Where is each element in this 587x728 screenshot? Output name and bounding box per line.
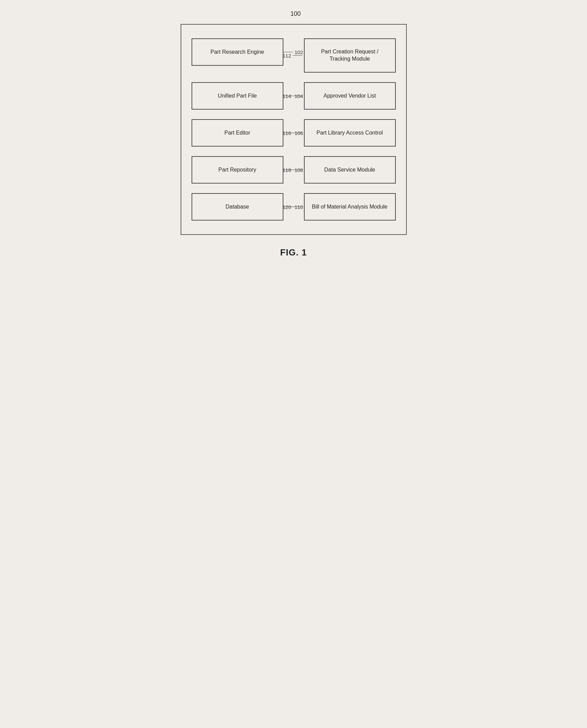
label-part-editor: Part Editor xyxy=(224,129,250,137)
label-database: Database xyxy=(225,203,249,211)
ref-112: 112 xyxy=(283,53,302,59)
ref-label-120: 120 xyxy=(283,204,291,210)
wrapper-database: Database 110 xyxy=(192,193,283,221)
wrapper-unified-part-file: Unified Part File 104 xyxy=(192,82,283,110)
box-part-repository: Part Repository xyxy=(192,156,283,184)
outer-label: 100 xyxy=(290,10,301,17)
box-database: Database xyxy=(192,193,283,221)
label-part-creation-request: Part Creation Request / Tracking Module xyxy=(311,48,388,63)
ref-114: 114 xyxy=(283,93,302,99)
wrapper-part-repository: Part Repository 108 xyxy=(192,156,283,184)
box-part-creation-request: Part Creation Request / Tracking Module xyxy=(304,38,396,73)
ref-120: 120 xyxy=(283,204,302,210)
diagram-grid: Part Research Engine 102 112 Part Creati… xyxy=(192,38,396,221)
page-container: 100 Part Research Engine 102 112 xyxy=(177,7,410,272)
label-part-library-access-control: Part Library Access Control xyxy=(317,129,383,137)
wrapper-approved-vendor-list: 114 Approved Vendor List xyxy=(304,82,396,110)
wrapper-part-research-engine: Part Research Engine 102 xyxy=(192,38,283,66)
fig-label: FIG. 1 xyxy=(181,247,407,258)
box-part-editor: Part Editor xyxy=(192,119,283,147)
label-unified-part-file: Unified Part File xyxy=(218,92,257,100)
wrapper-part-editor: Part Editor 106 xyxy=(192,119,283,147)
ref-116: 116 xyxy=(283,130,302,136)
wrapper-bill-of-material-analysis-module: 120 Bill of Material Analysis Module xyxy=(304,193,396,221)
ref-118: 118 xyxy=(283,167,302,173)
outer-box: Part Research Engine 102 112 Part Creati… xyxy=(181,24,407,235)
wrapper-part-library-access-control: 116 Part Library Access Control xyxy=(304,119,396,147)
box-part-research-engine: Part Research Engine xyxy=(192,38,283,66)
box-bill-of-material-analysis-module: Bill of Material Analysis Module xyxy=(304,193,396,221)
label-data-service-module: Data Service Module xyxy=(324,166,375,174)
box-part-library-access-control: Part Library Access Control xyxy=(304,119,396,147)
box-data-service-module: Data Service Module xyxy=(304,156,396,184)
ref-label-112: 112 xyxy=(283,53,291,59)
label-approved-vendor-list: Approved Vendor List xyxy=(323,92,376,100)
ref-label-116: 116 xyxy=(283,130,291,136)
label-bill-of-material-analysis-module: Bill of Material Analysis Module xyxy=(312,203,388,211)
label-part-repository: Part Repository xyxy=(218,166,256,174)
box-approved-vendor-list: Approved Vendor List xyxy=(304,82,396,110)
ref-label-114: 114 xyxy=(283,93,291,99)
wrapper-part-creation-request: 112 Part Creation Request / Tracking Mod… xyxy=(304,38,396,73)
label-part-research-engine: Part Research Engine xyxy=(210,49,264,56)
box-unified-part-file: Unified Part File xyxy=(192,82,283,110)
wrapper-data-service-module: 118 Data Service Module xyxy=(304,156,396,184)
ref-label-118: 118 xyxy=(283,167,291,173)
